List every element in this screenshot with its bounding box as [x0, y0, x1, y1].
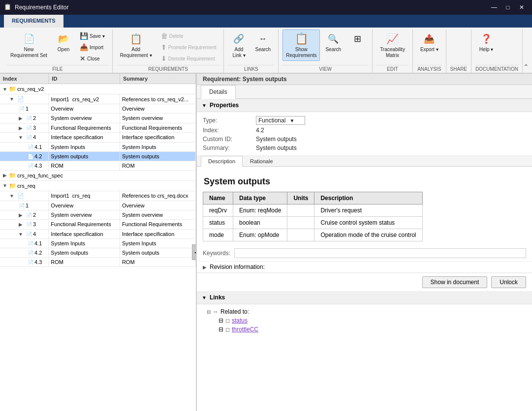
save-button[interactable]: 💾 Save ▾ — [76, 30, 108, 41]
new-requirement-set-button[interactable]: 📄 NewRequirement Set — [7, 29, 51, 61]
tree-cell-index: ▼ 📄4 — [0, 133, 49, 143]
show-in-document-button[interactable]: Show in document — [422, 276, 488, 288]
expand-button[interactable]: ▼ — [18, 135, 24, 141]
expand-button[interactable]: ▼ — [9, 193, 15, 199]
tree-row[interactable]: ▶ 📄3 Functional Requirements Functional … — [0, 123, 196, 133]
detail-tabs: Details — [197, 85, 532, 99]
type-value: Functional ▼ — [256, 116, 526, 125]
delete-button[interactable]: 🗑 Delete — [157, 30, 220, 41]
tab-rationale[interactable]: Rationale — [243, 156, 280, 166]
type-dropdown[interactable]: Functional ▼ — [256, 116, 305, 125]
panel-collapse-button[interactable]: ◀ — [192, 244, 197, 260]
close-button-ribbon[interactable]: ✕ Close — [76, 53, 108, 64]
expand-button[interactable]: ▼ — [2, 183, 8, 189]
table-header-row: Name Data type Units Description — [203, 192, 423, 205]
tree-row[interactable]: ▶ 📄2 System overview System overview — [0, 114, 196, 123]
col-name: Name — [203, 192, 233, 205]
custom-id-value: System outputs — [256, 136, 526, 143]
links-section-header[interactable]: ▼ Links — [197, 291, 532, 304]
demote-button[interactable]: ⬇ Demote Requirement — [157, 53, 220, 64]
req-icon: 📄 — [26, 116, 32, 121]
show-links-button[interactable]: ↔ Search — [251, 29, 274, 55]
expand-button[interactable]: ▶ — [18, 222, 24, 228]
show-requirements-button[interactable]: 📋 ShowRequirements — [282, 29, 320, 61]
tree-cell-index: ▼ 📄 — [0, 94, 49, 104]
summary-label: Summary: — [203, 145, 252, 151]
link-ref-throttleCC[interactable]: throttleCC — [232, 326, 258, 333]
cell-datatype: boolean — [233, 217, 287, 229]
tree-row[interactable]: 📄4.3 ROM ROM — [0, 161, 196, 170]
expand-button[interactable]: ▶ — [18, 116, 24, 121]
tab-description[interactable]: Description — [201, 156, 243, 167]
tree-row[interactable]: 📄4.1 System Inputs System Inputs — [0, 142, 196, 151]
promote-button[interactable]: ⬆ Promote Requirement — [157, 42, 220, 53]
tree-cell-index: 📄4.1 — [0, 142, 49, 151]
col-units: Units — [287, 192, 314, 205]
expand-button[interactable]: ▼ — [9, 96, 15, 102]
help-label: Help ▾ — [479, 47, 493, 52]
help-button[interactable]: ❓ Help ▾ — [475, 29, 497, 55]
related-to-toggle[interactable]: ⊟ — [207, 309, 211, 315]
add-requirement-button[interactable]: 📋 AddRequirement ▾ — [117, 29, 156, 61]
tree-row[interactable]: 📄1 Overview Overview — [0, 201, 196, 210]
import-button[interactable]: 📥 Import — [76, 42, 108, 53]
search-label: Search — [325, 47, 341, 52]
tree-cell-index: ▼ 📄4 — [0, 229, 49, 239]
revision-label: Revision information: — [210, 264, 265, 270]
index-value: 4.2 — [256, 127, 526, 134]
columns-button[interactable]: ⊞ — [346, 29, 368, 49]
search-button[interactable]: 🔍 Search — [322, 29, 344, 55]
tree-cell-id: Overview — [49, 201, 120, 210]
link-ref-status[interactable]: status — [232, 317, 248, 324]
tree-row[interactable]: ▼ 📄 Import1 crs_req References to crs_re… — [0, 191, 196, 201]
custom-id-label: Custom ID: — [203, 136, 252, 143]
keywords-input[interactable] — [234, 248, 526, 258]
add-link-button[interactable]: 🔗 AddLink ▾ — [228, 29, 250, 61]
tree-row[interactable]: ▼ 📄 Import1 crs_req_v2 References to crs… — [0, 94, 196, 104]
tree-cell-index: ▶ 📄3 — [0, 123, 49, 133]
export-button[interactable]: 📤 Export ▾ — [417, 29, 442, 55]
import-label: Import — [90, 45, 103, 50]
show-links-icon: ↔ — [256, 32, 270, 46]
close-button[interactable]: ✕ — [515, 2, 528, 12]
tree-row[interactable]: ▼ 📄4 Interface specification Interface s… — [0, 229, 196, 239]
tree-row[interactable]: ▶ 📄3 Functional Requirements Functional … — [0, 220, 196, 230]
app-icon: 📋 — [4, 3, 12, 11]
tree-row[interactable]: ▶ 📄2 System overview System overview — [0, 210, 196, 220]
properties-section-header[interactable]: ▼ Properties — [197, 99, 532, 112]
maximize-button[interactable]: □ — [501, 2, 514, 12]
tree-row[interactable]: ▼ 📁 crs_req — [0, 180, 196, 191]
expand-button[interactable]: ▶ — [18, 125, 24, 131]
expand-button[interactable]: ▶ — [2, 173, 8, 178]
ribbon-collapse-button[interactable]: ⌃ — [523, 63, 529, 71]
tab-details[interactable]: Details — [201, 85, 236, 99]
revision-row[interactable]: ▶ Revision information: — [197, 262, 532, 273]
traceability-matrix-button[interactable]: 📈 TraceabilityMatrix — [376, 29, 408, 61]
expand-button[interactable]: ▼ — [18, 231, 24, 237]
tree-row[interactable]: 📄4.3 ROM ROM — [0, 258, 196, 267]
tree-cell-id: Overview — [49, 104, 120, 114]
tree-row[interactable]: 📄4.1 System Inputs System Inputs — [0, 239, 196, 248]
link-toggle-status[interactable]: ⊟ — [219, 317, 223, 324]
links-tree: ⊟ ↔ Related to: ⊟ ◻ status ⊟ ◻ — [197, 304, 532, 337]
link-toggle-throttleCC[interactable]: ⊟ — [219, 326, 223, 333]
expand-button[interactable]: ▼ — [2, 86, 8, 92]
tab-requirements[interactable]: REQUIREMENTS — [4, 15, 63, 28]
tree-row[interactable]: ▶ 📁 crs_req_func_spec — [0, 170, 196, 180]
tree-row[interactable]: ▼ 📁 crs_req_v2 — [0, 84, 196, 94]
open-button[interactable]: 📂 Open — [53, 29, 74, 55]
unlock-button[interactable]: Unlock — [491, 276, 526, 288]
tree-row[interactable]: 📄4.2 System outputs System outputs — [0, 248, 196, 258]
minimize-button[interactable]: — — [488, 2, 501, 12]
req-icon: 📄 — [28, 163, 33, 169]
req-header-title: Requirement: System outputs — [203, 76, 287, 83]
tree-row[interactable]: ▼ 📄4 Interface specification Interface s… — [0, 133, 196, 143]
links-label: Links — [210, 294, 225, 301]
tree-row[interactable]: 📄1 Overview Overview — [0, 104, 196, 114]
expand-button[interactable]: ▶ — [18, 212, 24, 218]
cell-name: mode — [203, 229, 233, 241]
documentation-group-label: DOCUMENTATION — [475, 65, 518, 73]
traceability-icon: 📈 — [386, 32, 400, 46]
tree-cell-summary: References to crs_req_v2... — [120, 94, 195, 104]
tree-row-selected[interactable]: 📄4.2 System outputs System outputs — [0, 151, 196, 161]
